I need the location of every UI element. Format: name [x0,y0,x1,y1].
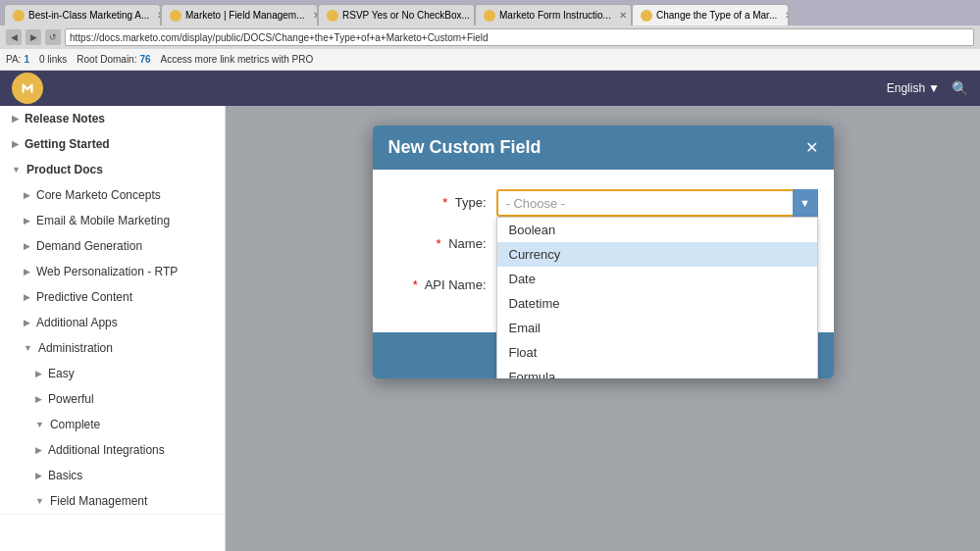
dropdown-item-float[interactable]: Float [497,340,817,365]
type-field-container: - Choose - ▼ Boolean Currency [496,189,818,217]
rd-value: 76 [139,54,150,65]
chevron-right-icon [35,369,42,378]
api-name-label: * API Name: [388,272,487,292]
tab-favicon-5 [641,10,652,22]
chevron-right-icon [35,471,42,480]
marketo-logo [12,73,43,104]
chevron-right-icon [35,394,42,404]
tab-close-4[interactable]: ✕ [619,10,627,21]
sidebar-item-additional-apps[interactable]: Additional Apps [0,310,225,335]
sidebar-item-release-notes[interactable]: Release Notes [0,106,225,131]
sidebar-label-additional-apps: Additional Apps [36,316,118,329]
dropdown-item-boolean[interactable]: Boolean [497,218,817,242]
sidebar-section: Release Notes Getting Started Product Do… [0,106,225,515]
dropdown-arrow-button[interactable]: ▼ [793,189,818,217]
tab-2[interactable]: Marketo | Field Managem... ✕ [161,4,318,25]
chevron-right-icon [24,241,30,251]
sidebar-item-core-marketo[interactable]: Core Marketo Concepts [0,182,225,208]
tab-label-3: RSVP Yes or No CheckBox... [342,10,470,21]
sidebar-item-administration[interactable]: Administration [0,335,225,361]
tab-close-5[interactable]: ✕ [785,10,789,21]
sidebar-item-getting-started[interactable]: Getting Started [0,131,225,157]
type-form-row: * Type: - Choose - ▼ Boolean [388,189,818,217]
sidebar-label-additional-integrations: Additional Integrations [48,443,165,457]
modal-backdrop: New Custom Field ✕ * Type: - Choose - [226,106,980,551]
modal-title: New Custom Field [388,137,542,158]
type-dropdown-list[interactable]: Boolean Currency Date Datetime [496,217,818,378]
tab-favicon-3 [327,10,338,22]
chevron-down-icon [24,343,32,353]
sidebar-item-web-personalization[interactable]: Web Personalization - RTP [0,259,225,284]
links-label: 0 links [39,54,67,65]
sidebar-label-email-mobile: Email & Mobile Marketing [36,214,170,227]
sidebar-item-predictive-content[interactable]: Predictive Content [0,284,225,310]
forward-btn[interactable]: ▶ [26,29,41,45]
search-button[interactable]: 🔍 [952,80,968,96]
required-star: * [442,195,447,210]
tab-label-2: Marketo | Field Managem... [185,10,305,21]
chevron-right-icon [35,445,42,455]
chevron-right-icon [24,267,30,276]
dropdown-item-email[interactable]: Email [497,316,817,340]
tab-1[interactable]: Best-in-Class Marketing A... ✕ [4,4,161,25]
rd-label: Root Domain: [77,54,136,65]
sidebar-label-field-management: Field Management [50,494,147,508]
tab-label-1: Best-in-Class Marketing A... [28,10,149,21]
chevron-right-icon [24,190,30,200]
seo-rd: Root Domain: 76 [77,54,150,65]
main-layout: Release Notes Getting Started Product Do… [0,106,980,551]
back-btn[interactable]: ◀ [6,29,22,45]
address-bar[interactable]: https://docs.marketo.com/display/public/… [65,28,974,46]
language-label: English [887,81,925,95]
refresh-btn[interactable]: ↺ [45,29,61,45]
seo-bar: PA: 1 0 links Root Domain: 76 Access mor… [0,49,980,71]
sidebar-label-powerful: Powerful [48,392,94,406]
modal-close-button[interactable]: ✕ [805,138,818,157]
chevron-right-icon [24,292,30,302]
sidebar-label-web-personalization: Web Personalization - RTP [36,265,178,278]
dropdown-item-date[interactable]: Date [497,267,817,291]
dropdown-item-formula[interactable]: Formula [497,365,817,378]
sidebar-label-getting-started: Getting Started [25,137,110,151]
tab-favicon-1 [13,10,25,22]
sidebar-item-field-management[interactable]: Field Management [0,488,225,514]
tab-5[interactable]: Change the Type of a Mar... ✕ [632,4,789,25]
sidebar-item-easy[interactable]: Easy [0,361,225,386]
header-logo [12,73,43,104]
browser-tabs: Best-in-Class Marketing A... ✕ Marketo |… [0,0,980,25]
dropdown-item-datetime[interactable]: Datetime [497,291,817,316]
sidebar-item-additional-integrations[interactable]: Additional Integrations [0,437,225,463]
new-custom-field-modal: New Custom Field ✕ * Type: - Choose - [373,125,834,378]
sidebar-item-demand-gen[interactable]: Demand Generation [0,233,225,259]
name-label: * Name: [388,230,487,251]
pa-value: 1 [24,54,29,65]
sidebar-label-predictive-content: Predictive Content [36,290,132,304]
chevron-right-icon [24,318,30,327]
sidebar-item-powerful[interactable]: Powerful [0,386,225,412]
tab-favicon-2 [170,10,181,22]
language-selector[interactable]: English ▼ [887,81,940,95]
required-star: * [413,277,418,292]
sidebar-item-basics[interactable]: Basics [0,463,225,488]
tab-4[interactable]: Marketo Form Instructio... ✕ [475,4,632,25]
header-right: English ▼ 🔍 [887,80,968,96]
type-placeholder: - Choose - [506,196,566,211]
chevron-down-icon [35,496,44,506]
chevron-right-icon [12,114,19,124]
sidebar-label-basics: Basics [48,469,82,482]
tab-3[interactable]: RSVP Yes or No CheckBox... ✕ [318,4,475,25]
modal-body: * Type: - Choose - ▼ Boolean [373,170,834,332]
required-star: * [437,236,441,251]
chevron-right-icon [12,139,19,149]
sidebar-label-easy: Easy [48,367,75,380]
sidebar-item-product-docs[interactable]: Product Docs [0,157,225,182]
sidebar-item-complete[interactable]: Complete [0,412,225,437]
dropdown-item-currency[interactable]: Currency [497,242,817,267]
type-dropdown[interactable]: - Choose - [496,189,818,217]
tab-label-5: Change the Type of a Mar... [656,10,777,21]
seo-more[interactable]: Access more link metrics with PRO [161,54,314,65]
sidebar-item-email-mobile[interactable]: Email & Mobile Marketing [0,208,225,233]
content-area: New Custom Field ✕ * Type: - Choose - [226,106,980,551]
pa-label: PA: [6,54,21,65]
sidebar-label-demand-gen: Demand Generation [36,239,142,253]
